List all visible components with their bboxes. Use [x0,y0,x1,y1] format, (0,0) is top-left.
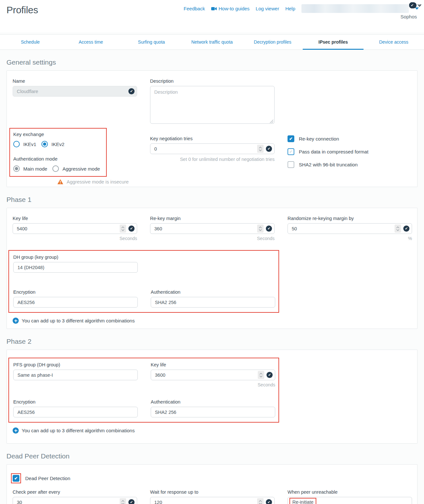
chevron-down-icon [418,4,421,7]
checkbox-rekey-connection[interactable]: Re-key connection [288,135,412,142]
account-menu[interactable] [301,4,409,13]
annotation-box-phase2-algorithms: PFS group (DH group) Same as phase-I Key… [8,358,279,423]
radio-ikev1[interactable]: IKEv1 [13,141,36,147]
valid-check-icon [128,88,135,94]
annotation-box-phase1-algorithms: DH group (key group) 14 (DH2048) Encrypt… [8,250,279,313]
peer-unreachable-select[interactable]: Re-initiate [288,497,412,504]
log-viewer-link[interactable]: Log viewer [256,6,279,11]
valid-check-icon [266,226,272,232]
phase2-key-life-label: Key life [151,362,275,367]
checkbox-sha2-truncation[interactable]: SHA2 with 96-bit truncation [288,161,412,168]
auth-mode-radios: Main mode Aggressive mode [13,165,105,172]
number-stepper[interactable] [257,498,264,504]
wait-response-input[interactable] [150,497,275,504]
pfs-group-select[interactable]: Same as phase-I [13,370,138,380]
aggressive-warning-text: Aggressive mode is insecure [67,179,129,184]
name-input[interactable] [13,86,137,97]
key-exchange-radios: IKEv1 IKEv2 [13,141,105,147]
name-label: Name [13,79,137,84]
phase2-authentication-select[interactable]: SHA2 256 [151,407,275,417]
wait-response-label: Wait for response up to [150,489,275,495]
radio-ikev2-icon [41,141,48,147]
auth-mode-label: Authentication mode [13,156,58,162]
checkbox-compressed-format[interactable]: Pass data in compressed format [288,148,412,155]
radio-main-mode-icon [13,165,20,172]
phase1-note-text: You can add up to 3 different algorithm … [22,318,135,323]
help-link[interactable]: Help [285,6,295,11]
dh-group-select[interactable]: 14 (DH2048) [13,262,138,273]
rekey-margin-unit: Seconds [150,236,275,241]
peer-unreachable-label: When peer unreachable [288,489,412,495]
checkbox-sha2-truncation-icon [288,161,294,168]
annotation-box-reinitiate: Re-initiate [289,498,316,504]
checkbox-rekey-connection-icon [288,135,294,142]
checkbox-dead-peer-detection[interactable] [13,475,19,482]
rekey-margin-input[interactable] [150,223,275,234]
number-stepper[interactable] [257,225,264,233]
description-label: Description [150,79,275,84]
add-combination-button[interactable] [13,427,19,434]
radio-ikev2[interactable]: IKEv2 [41,141,64,147]
randomize-margin-input[interactable] [288,223,412,234]
tab-surfing-quota[interactable]: Surfing quota [121,35,182,49]
checkbox-compressed-format-icon [288,148,294,155]
tab-device-access[interactable]: Device access [364,35,424,49]
number-stepper[interactable] [395,225,401,233]
header-links: Feedback How-to guides Log viewer Help [184,4,419,13]
phase1-key-life-input[interactable] [13,223,137,234]
description-textarea[interactable] [150,86,275,124]
valid-check-icon [266,146,272,152]
number-stepper[interactable] [120,498,126,504]
tab-ipsec-profiles[interactable]: IPsec profiles [303,35,363,49]
phase1-key-life-label: Key life [13,216,137,221]
key-negotiation-tries-input[interactable] [150,143,275,154]
tab-network-traffic-quota[interactable]: Network traffic quota [182,35,242,49]
annotation-box-key-exchange: Key exchange IKEv1 IKEv2 Authentication … [9,128,107,177]
radio-aggressive-mode[interactable]: Aggressive mode [52,165,100,172]
check-peer-label: Check peer after every [13,489,137,495]
randomize-margin-unit: % [288,236,412,241]
radio-main-mode[interactable]: Main mode [13,165,47,172]
phase2-key-life-input[interactable] [151,370,275,380]
general-settings-heading: General settings [6,58,418,66]
key-exchange-label: Key exchange [13,131,44,137]
valid-check-icon [266,499,272,504]
phase1-authentication-label: Authentication [151,289,275,295]
valid-check-icon [128,226,135,232]
phase1-authentication-select[interactable]: SHA2 256 [151,297,275,308]
number-stepper[interactable] [257,145,264,153]
phase1-key-life-unit: Seconds [13,236,137,241]
phase2-key-life-unit: Seconds [151,382,275,387]
dpd-card: Dead Peer Detection Check peer after eve… [6,464,418,504]
radio-aggressive-mode-icon [52,165,59,172]
phase1-card: Key life Seconds Re-key margin [6,208,418,329]
warning-triangle-icon [57,179,63,184]
valid-check-icon [409,2,415,8]
valid-check-icon [128,499,135,504]
phase2-heading: Phase 2 [6,338,418,345]
phase1-encryption-label: Encryption [13,289,138,295]
number-stepper[interactable] [120,225,126,233]
phase1-heading: Phase 1 [6,196,418,204]
phase2-card: PFS group (DH group) Same as phase-I Key… [6,350,418,444]
annotation-box-dpd-checkbox [11,473,21,483]
general-settings-card: Name Key exchange IKEv1 IKEv2 [6,70,418,187]
tab-decryption-profiles[interactable]: Decryption profiles [242,35,303,49]
radio-ikev1-icon [13,141,20,147]
tab-schedule[interactable]: Schedule [0,35,60,49]
negotiation-helper-text: Set 0 for unlimited number of negotiatio… [150,157,275,162]
phase2-encryption-select[interactable]: AES256 [13,407,138,417]
howto-guides-link[interactable]: How-to guides [211,6,250,11]
add-combination-button[interactable] [13,318,19,324]
page-header: Profiles Feedback How-to guides Log view… [0,0,424,32]
number-stepper[interactable] [258,371,264,379]
valid-check-icon [266,372,273,378]
check-peer-input[interactable] [13,497,137,504]
phase2-authentication-label: Authentication [151,399,275,404]
brand-label: Sophos [400,14,417,19]
feedback-link[interactable]: Feedback [184,6,205,11]
randomize-margin-label: Randomize re-keying margin by [288,216,412,221]
phase1-encryption-select[interactable]: AES256 [13,297,138,308]
video-camera-icon [211,7,217,11]
tab-access-time[interactable]: Access time [60,35,121,49]
